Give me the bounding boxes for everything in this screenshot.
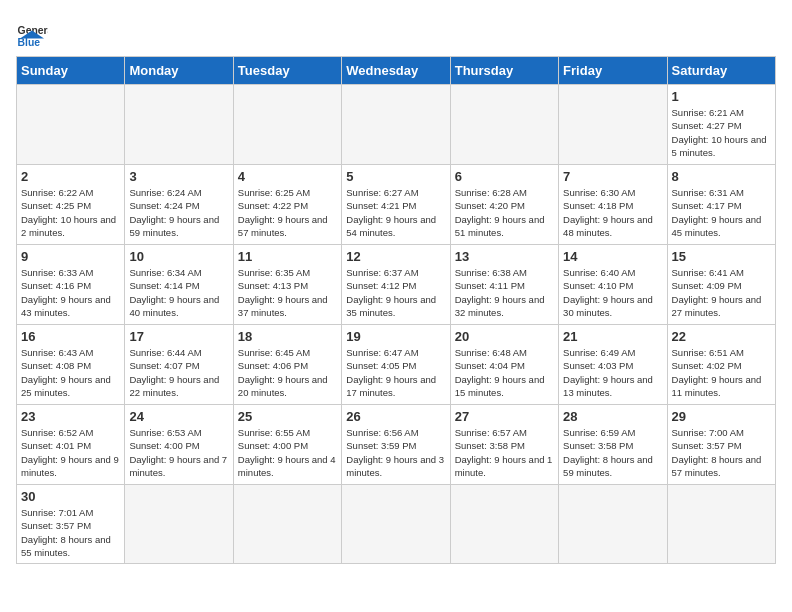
calendar-cell bbox=[125, 85, 233, 165]
day-info: Sunrise: 6:47 AM Sunset: 4:05 PM Dayligh… bbox=[346, 346, 445, 399]
day-number: 18 bbox=[238, 329, 337, 344]
day-info: Sunrise: 7:01 AM Sunset: 3:57 PM Dayligh… bbox=[21, 506, 120, 559]
calendar-cell bbox=[450, 485, 558, 564]
calendar-cell: 3Sunrise: 6:24 AM Sunset: 4:24 PM Daylig… bbox=[125, 165, 233, 245]
calendar-week-0: 1Sunrise: 6:21 AM Sunset: 4:27 PM Daylig… bbox=[17, 85, 776, 165]
calendar-cell bbox=[559, 485, 667, 564]
day-info: Sunrise: 6:56 AM Sunset: 3:59 PM Dayligh… bbox=[346, 426, 445, 479]
calendar-week-2: 9Sunrise: 6:33 AM Sunset: 4:16 PM Daylig… bbox=[17, 245, 776, 325]
calendar-cell bbox=[667, 485, 775, 564]
calendar-cell: 7Sunrise: 6:30 AM Sunset: 4:18 PM Daylig… bbox=[559, 165, 667, 245]
calendar-week-5: 30Sunrise: 7:01 AM Sunset: 3:57 PM Dayli… bbox=[17, 485, 776, 564]
day-info: Sunrise: 6:35 AM Sunset: 4:13 PM Dayligh… bbox=[238, 266, 337, 319]
day-info: Sunrise: 6:45 AM Sunset: 4:06 PM Dayligh… bbox=[238, 346, 337, 399]
day-info: Sunrise: 6:21 AM Sunset: 4:27 PM Dayligh… bbox=[672, 106, 771, 159]
calendar-cell: 6Sunrise: 6:28 AM Sunset: 4:20 PM Daylig… bbox=[450, 165, 558, 245]
day-number: 22 bbox=[672, 329, 771, 344]
day-number: 25 bbox=[238, 409, 337, 424]
day-info: Sunrise: 6:40 AM Sunset: 4:10 PM Dayligh… bbox=[563, 266, 662, 319]
day-number: 7 bbox=[563, 169, 662, 184]
calendar-cell bbox=[342, 485, 450, 564]
weekday-header-saturday: Saturday bbox=[667, 57, 775, 85]
calendar-week-3: 16Sunrise: 6:43 AM Sunset: 4:08 PM Dayli… bbox=[17, 325, 776, 405]
calendar-cell: 26Sunrise: 6:56 AM Sunset: 3:59 PM Dayli… bbox=[342, 405, 450, 485]
day-number: 2 bbox=[21, 169, 120, 184]
calendar-cell: 17Sunrise: 6:44 AM Sunset: 4:07 PM Dayli… bbox=[125, 325, 233, 405]
day-number: 30 bbox=[21, 489, 120, 504]
header: General Blue bbox=[16, 16, 776, 48]
calendar-cell: 28Sunrise: 6:59 AM Sunset: 3:58 PM Dayli… bbox=[559, 405, 667, 485]
calendar-cell: 4Sunrise: 6:25 AM Sunset: 4:22 PM Daylig… bbox=[233, 165, 341, 245]
day-number: 28 bbox=[563, 409, 662, 424]
day-info: Sunrise: 6:57 AM Sunset: 3:58 PM Dayligh… bbox=[455, 426, 554, 479]
calendar-cell: 8Sunrise: 6:31 AM Sunset: 4:17 PM Daylig… bbox=[667, 165, 775, 245]
calendar-cell: 19Sunrise: 6:47 AM Sunset: 4:05 PM Dayli… bbox=[342, 325, 450, 405]
day-number: 14 bbox=[563, 249, 662, 264]
weekday-header-tuesday: Tuesday bbox=[233, 57, 341, 85]
weekday-header-monday: Monday bbox=[125, 57, 233, 85]
day-info: Sunrise: 6:41 AM Sunset: 4:09 PM Dayligh… bbox=[672, 266, 771, 319]
weekday-header-friday: Friday bbox=[559, 57, 667, 85]
calendar-cell bbox=[450, 85, 558, 165]
calendar-cell bbox=[125, 485, 233, 564]
day-number: 1 bbox=[672, 89, 771, 104]
calendar-cell bbox=[559, 85, 667, 165]
calendar-cell: 10Sunrise: 6:34 AM Sunset: 4:14 PM Dayli… bbox=[125, 245, 233, 325]
calendar-cell bbox=[17, 85, 125, 165]
calendar-table: SundayMondayTuesdayWednesdayThursdayFrid… bbox=[16, 56, 776, 564]
day-info: Sunrise: 6:49 AM Sunset: 4:03 PM Dayligh… bbox=[563, 346, 662, 399]
day-number: 9 bbox=[21, 249, 120, 264]
day-number: 8 bbox=[672, 169, 771, 184]
calendar-cell: 15Sunrise: 6:41 AM Sunset: 4:09 PM Dayli… bbox=[667, 245, 775, 325]
logo-icon: General Blue bbox=[16, 16, 48, 48]
day-info: Sunrise: 6:31 AM Sunset: 4:17 PM Dayligh… bbox=[672, 186, 771, 239]
day-info: Sunrise: 6:51 AM Sunset: 4:02 PM Dayligh… bbox=[672, 346, 771, 399]
calendar-cell: 16Sunrise: 6:43 AM Sunset: 4:08 PM Dayli… bbox=[17, 325, 125, 405]
day-info: Sunrise: 6:38 AM Sunset: 4:11 PM Dayligh… bbox=[455, 266, 554, 319]
calendar-cell bbox=[233, 485, 341, 564]
weekday-header-thursday: Thursday bbox=[450, 57, 558, 85]
weekday-header-row: SundayMondayTuesdayWednesdayThursdayFrid… bbox=[17, 57, 776, 85]
calendar-cell bbox=[233, 85, 341, 165]
calendar-cell: 2Sunrise: 6:22 AM Sunset: 4:25 PM Daylig… bbox=[17, 165, 125, 245]
calendar-cell: 9Sunrise: 6:33 AM Sunset: 4:16 PM Daylig… bbox=[17, 245, 125, 325]
weekday-header-sunday: Sunday bbox=[17, 57, 125, 85]
day-info: Sunrise: 6:53 AM Sunset: 4:00 PM Dayligh… bbox=[129, 426, 228, 479]
calendar-cell: 5Sunrise: 6:27 AM Sunset: 4:21 PM Daylig… bbox=[342, 165, 450, 245]
calendar-cell bbox=[342, 85, 450, 165]
logo: General Blue bbox=[16, 16, 48, 48]
day-number: 19 bbox=[346, 329, 445, 344]
day-number: 16 bbox=[21, 329, 120, 344]
day-number: 20 bbox=[455, 329, 554, 344]
day-number: 3 bbox=[129, 169, 228, 184]
day-info: Sunrise: 6:33 AM Sunset: 4:16 PM Dayligh… bbox=[21, 266, 120, 319]
day-info: Sunrise: 6:37 AM Sunset: 4:12 PM Dayligh… bbox=[346, 266, 445, 319]
day-number: 10 bbox=[129, 249, 228, 264]
calendar-cell: 12Sunrise: 6:37 AM Sunset: 4:12 PM Dayli… bbox=[342, 245, 450, 325]
day-info: Sunrise: 6:27 AM Sunset: 4:21 PM Dayligh… bbox=[346, 186, 445, 239]
day-number: 27 bbox=[455, 409, 554, 424]
day-info: Sunrise: 6:34 AM Sunset: 4:14 PM Dayligh… bbox=[129, 266, 228, 319]
day-number: 6 bbox=[455, 169, 554, 184]
day-info: Sunrise: 6:43 AM Sunset: 4:08 PM Dayligh… bbox=[21, 346, 120, 399]
day-info: Sunrise: 6:24 AM Sunset: 4:24 PM Dayligh… bbox=[129, 186, 228, 239]
calendar-cell: 30Sunrise: 7:01 AM Sunset: 3:57 PM Dayli… bbox=[17, 485, 125, 564]
day-number: 24 bbox=[129, 409, 228, 424]
day-info: Sunrise: 6:25 AM Sunset: 4:22 PM Dayligh… bbox=[238, 186, 337, 239]
calendar-cell: 1Sunrise: 6:21 AM Sunset: 4:27 PM Daylig… bbox=[667, 85, 775, 165]
svg-text:Blue: Blue bbox=[18, 37, 41, 48]
calendar-cell: 24Sunrise: 6:53 AM Sunset: 4:00 PM Dayli… bbox=[125, 405, 233, 485]
day-info: Sunrise: 6:28 AM Sunset: 4:20 PM Dayligh… bbox=[455, 186, 554, 239]
calendar-cell: 14Sunrise: 6:40 AM Sunset: 4:10 PM Dayli… bbox=[559, 245, 667, 325]
calendar-week-1: 2Sunrise: 6:22 AM Sunset: 4:25 PM Daylig… bbox=[17, 165, 776, 245]
calendar-cell: 25Sunrise: 6:55 AM Sunset: 4:00 PM Dayli… bbox=[233, 405, 341, 485]
day-number: 11 bbox=[238, 249, 337, 264]
day-info: Sunrise: 6:22 AM Sunset: 4:25 PM Dayligh… bbox=[21, 186, 120, 239]
calendar-week-4: 23Sunrise: 6:52 AM Sunset: 4:01 PM Dayli… bbox=[17, 405, 776, 485]
calendar-cell: 22Sunrise: 6:51 AM Sunset: 4:02 PM Dayli… bbox=[667, 325, 775, 405]
calendar-cell: 13Sunrise: 6:38 AM Sunset: 4:11 PM Dayli… bbox=[450, 245, 558, 325]
calendar-cell: 23Sunrise: 6:52 AM Sunset: 4:01 PM Dayli… bbox=[17, 405, 125, 485]
calendar-cell: 20Sunrise: 6:48 AM Sunset: 4:04 PM Dayli… bbox=[450, 325, 558, 405]
calendar-cell: 29Sunrise: 7:00 AM Sunset: 3:57 PM Dayli… bbox=[667, 405, 775, 485]
day-number: 5 bbox=[346, 169, 445, 184]
